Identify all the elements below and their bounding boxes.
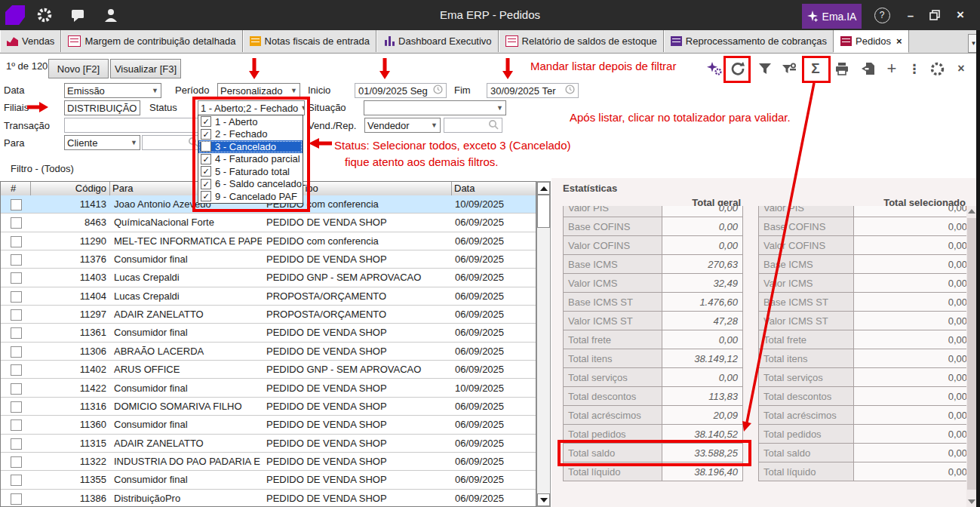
cell-data: 06/09/2025 [455,269,530,286]
export-icon[interactable] [858,59,879,78]
scrollbar-thumb[interactable] [967,218,976,490]
auto-list-sparkle-icon[interactable] [704,59,725,78]
settings-icon[interactable] [926,59,948,78]
minimize-button[interactable]: – [898,0,923,30]
para-search-input[interactable] [142,135,202,150]
tab-relat-rio-de-saldos-de-estoque[interactable]: Relatório de saldos de estoque [499,30,664,52]
row-checkbox[interactable] [11,475,22,486]
row-checkbox[interactable] [11,291,22,303]
tab-dashboard-executivo[interactable]: Dashboard Executivo [376,30,499,52]
tab-vendas[interactable]: Vendas [0,30,61,52]
row-checkbox[interactable] [11,327,22,339]
tab-margem-de-contribui-o-detalhada[interactable]: Margem de contribuição detalhada [61,30,242,52]
row-checkbox[interactable] [11,254,22,266]
maximize-button[interactable] [922,0,948,30]
refresh-icon[interactable] [727,59,748,78]
table-row[interactable]: 11322 INDUSTRIA DO PAO PADARIA E CON... … [1,453,536,471]
scroll-up-icon[interactable] [968,209,975,214]
scroll-up-icon[interactable] [537,182,550,195]
ema-ia-button[interactable]: Ema.IA [802,4,862,29]
tab-pedidos[interactable]: Pedidos × [834,30,909,53]
vendrep-search-input[interactable] [444,118,502,133]
row-checkbox[interactable] [11,493,22,505]
row-checkbox[interactable] [11,236,22,247]
totalizer-sigma-icon[interactable]: Σ [805,59,826,78]
stats-row: Total serviços 0,00 [758,367,967,387]
scrollbar-thumb[interactable] [537,195,550,228]
filiais-combobox[interactable]: DISTRIBUIÇÃO▼ [64,100,140,115]
status-option[interactable]: ✓ 5 - Faturado total [198,165,303,178]
fim-date-field[interactable]: 30/09/2025 Ter [487,83,579,98]
more-options-icon[interactable]: ⋮ [904,59,925,78]
row-checkbox[interactable] [11,272,22,284]
data-combobox[interactable]: Emissão▼ [64,83,161,98]
table-row[interactable]: 11376 Consumidor final PEDIDO DE VENDA S… [1,250,536,269]
status-option[interactable]: ✓ 9 - Cancelado PAF [198,190,303,203]
status-option[interactable]: ✓ 1 - Aberto [198,115,303,128]
help-button[interactable]: ? [869,0,895,30]
table-row[interactable]: 11360 Consumidor final PEDIDO DE VENDA S… [1,416,536,434]
scroll-down-icon[interactable] [537,493,550,506]
row-checkbox[interactable] [11,199,22,210]
header-para[interactable]: Para [112,183,133,195]
table-row[interactable]: 11403 Lucas Crepaldi PEDIDO GNP - SEM AP… [1,269,536,287]
status-option[interactable]: ✓ 6 - Saldo cancelado [198,178,303,191]
table-row[interactable]: 11290 MEL-TEC INFORMATICA E PAPELARIA PE… [1,232,536,250]
table-row[interactable]: 11316 DOMICIO SOMARIVA FILHO PEDIDO DE V… [1,398,536,416]
view-button[interactable]: Visualizar [F3] [110,59,181,78]
checkbox-icon[interactable]: ✓ [201,154,211,164]
table-row[interactable]: 11355 Consumidor final PEDIDO DE VENDA S… [1,471,536,489]
para-combobox[interactable]: Cliente▼ [64,135,140,150]
header-num[interactable]: # [11,183,16,195]
checkbox-icon[interactable]: ✓ [201,179,211,189]
tab-reprocessamento-de-cobran-as[interactable]: Reprocessamento de cobranças [664,30,834,52]
stats-scrollbar[interactable] [966,206,977,507]
checkbox-icon[interactable]: ✓ [201,129,211,140]
status-option[interactable]: ✓ 2 - Fechado [198,128,303,141]
header-codigo[interactable]: Código [31,183,106,195]
status-option[interactable]: ✓ 4 - Faturado parcial [198,153,303,166]
checkbox-icon[interactable]: ✓ [201,116,211,127]
filter-icon[interactable] [754,59,776,78]
table-row[interactable]: 11422 Consumidor final PEDIDO DE VENDA S… [1,379,536,398]
status-option[interactable]: 3 - Cancelado [198,140,303,153]
table-row[interactable]: 11386 DistribuiçãoPro PEDIDO DE VENDA SH… [1,490,536,507]
cell-codigo: 11322 [31,453,106,470]
print-icon[interactable] [831,59,853,78]
row-checkbox[interactable] [11,364,22,376]
stats-value: 38.196,40 [662,462,743,481]
situacao-combobox[interactable]: ▼ [364,100,506,115]
table-row[interactable]: 8463 QuímicaNacional Forte PEDIDO DE VEN… [1,214,536,232]
table-scrollbar[interactable] [536,181,551,507]
table-row[interactable]: 11361 Consumidor final PEDIDO DE VENDA S… [1,324,536,342]
row-checkbox[interactable] [11,401,22,413]
row-checkbox[interactable] [11,456,22,468]
periodo-combobox[interactable]: Personalizado▼ [217,83,300,98]
filter-edit-icon[interactable] [779,59,800,78]
header-data[interactable]: Data [454,183,475,195]
row-checkbox[interactable] [11,419,22,431]
status-combobox[interactable]: 1 - Aberto;2 - Fechado▼ [198,100,305,115]
table-row[interactable]: 11315 ADAIR ZANELATTO PEDIDO DE VENDA SH… [1,435,536,453]
close-screen-icon[interactable]: × [951,59,972,78]
scroll-down-icon[interactable] [968,499,975,504]
checkbox-icon[interactable]: ✓ [201,191,211,201]
checkbox-icon[interactable] [201,141,211,152]
row-checkbox[interactable] [11,346,22,358]
tab-close-icon[interactable]: × [896,35,902,47]
tab-notas-fiscais-de-entrada[interactable]: Notas fiscais de entrada [243,30,376,52]
row-checkbox[interactable] [11,309,22,321]
row-checkbox[interactable] [11,383,22,395]
table-row[interactable]: 11404 Lucas Crepaldi PROPOSTA/ORÇAMENTO … [1,287,536,306]
new-button[interactable]: Novo [F2] [48,59,109,78]
row-checkbox[interactable] [11,217,22,229]
checkbox-icon[interactable]: ✓ [201,166,211,177]
row-checkbox[interactable] [11,438,22,450]
add-icon[interactable]: + [881,59,902,78]
vendrep-combobox[interactable]: Vendedor▼ [364,118,441,133]
close-button[interactable]: × [948,0,973,30]
table-row[interactable]: 11306 ABRAÃO LACERDA PEDIDO DE VENDA SHO… [1,343,536,361]
table-row[interactable]: 11402 ARUS OFFICE PEDIDO GNP - SEM APROV… [1,361,536,379]
inicio-date-field[interactable]: 01/09/2025 Seg [355,83,447,98]
table-row[interactable]: 11297 ADAIR ZANELATTO PROPOSTA/ORÇAMENTO… [1,306,536,324]
